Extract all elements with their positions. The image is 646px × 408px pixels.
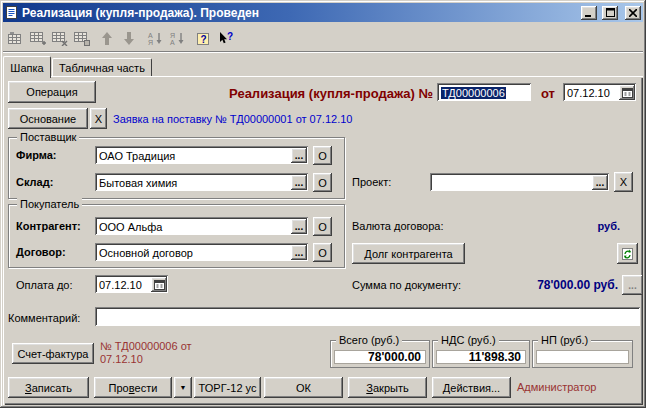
sort-descending-button[interactable]: ЯА — [166, 28, 188, 50]
doc-date-input[interactable]: 07.12.10 — [563, 83, 637, 102]
move-up-button[interactable] — [96, 28, 118, 50]
warehouse-value: Бытовая химия — [99, 177, 177, 189]
contractor-debt-button[interactable]: Долг контрагента — [352, 243, 465, 264]
torg12-button[interactable]: ТОРГ-12 ус — [194, 377, 261, 398]
supplier-group-label: Поставщик — [17, 131, 79, 144]
help-icon: ? — [196, 32, 210, 46]
help-button[interactable]: ? — [192, 28, 214, 50]
actions-button[interactable]: Действия... — [432, 377, 511, 398]
edit-row-icon — [7, 32, 23, 46]
close-icon — [629, 9, 637, 17]
actions-label-mnemonic: Д — [443, 382, 450, 394]
firm-label: Фирма: — [16, 149, 57, 161]
total-sum-value: 78'000.00 — [334, 350, 426, 364]
sort-ascending-icon: АЯ — [147, 31, 163, 46]
invoice-info-line2: 07.12.10 — [100, 353, 143, 365]
contractor-open-button[interactable]: О — [313, 217, 332, 236]
contract-open-button[interactable]: О — [313, 243, 332, 262]
project-label: Проект: — [352, 176, 391, 188]
calendar-icon — [622, 87, 633, 98]
delete-row-button[interactable] — [48, 28, 70, 50]
document-icon — [5, 5, 18, 20]
title-bar[interactable]: Реализация (купля-продажа). Проведен — [3, 3, 643, 22]
current-user-label: Администратор — [517, 381, 596, 393]
firm-open-button[interactable]: О — [313, 146, 332, 165]
contractor-value: ООО Альфа — [99, 221, 162, 233]
minimize-button[interactable] — [581, 6, 597, 20]
warehouse-input[interactable]: Бытовая химия ... — [95, 173, 309, 192]
sort-descending-icon: ЯА — [169, 31, 185, 46]
basis-clear-button[interactable]: X — [90, 108, 107, 129]
invoice-button[interactable]: Счет-фактура — [12, 343, 94, 364]
delete-row-icon — [51, 31, 68, 46]
contract-ellipsis-button[interactable]: ... — [291, 245, 307, 260]
move-up-icon — [102, 32, 112, 45]
move-down-button[interactable] — [118, 28, 140, 50]
post-label-pre: Про — [109, 382, 129, 394]
actions-label-rest: ействия... — [450, 382, 500, 394]
basis-button[interactable]: Основание — [8, 108, 88, 129]
toolbar: АЯ ЯА ? ? — [4, 27, 236, 50]
doc-number-input[interactable]: ТД00000006 — [437, 83, 532, 102]
close-label-mnemonic: З — [366, 382, 373, 394]
invoice-info-line1: № ТД00000006 от — [100, 340, 192, 352]
sum-details-button[interactable]: ... — [622, 275, 643, 295]
contract-value: Основной договор — [99, 247, 193, 259]
svg-text:?: ? — [227, 31, 233, 42]
firm-value: ОАО Традиция — [99, 150, 175, 162]
save-button[interactable]: Записать — [8, 377, 89, 398]
project-input[interactable]: ... — [430, 173, 610, 192]
operation-button[interactable]: Операция — [8, 81, 96, 103]
total-sum-box: Всего (руб.) 78'000.00 — [330, 340, 430, 368]
copy-row-button[interactable] — [70, 28, 92, 50]
context-help-icon: ? — [217, 31, 234, 46]
ok-button[interactable]: ОК — [264, 377, 343, 398]
calendar-button[interactable] — [619, 85, 635, 100]
project-clear-button[interactable]: X — [614, 172, 633, 192]
vat-value: 11'898.30 — [436, 350, 526, 364]
add-row-button[interactable] — [26, 28, 48, 50]
post-menu-button[interactable]: ▼ — [174, 377, 192, 398]
warehouse-open-button[interactable]: О — [313, 173, 332, 192]
refresh-icon — [621, 247, 634, 261]
sales-tax-label: НП (руб.) — [538, 334, 591, 347]
edit-row-button[interactable] — [4, 28, 26, 50]
contractor-input[interactable]: ООО Альфа ... — [95, 217, 309, 236]
toolbar-separator — [3, 51, 643, 53]
post-label-rest: ести — [135, 382, 158, 394]
chevron-down-icon: ▼ — [180, 384, 187, 391]
refresh-sum-button[interactable] — [617, 243, 638, 264]
tab-table-part-label: Табличная часть — [59, 62, 145, 74]
payment-due-input[interactable]: 07.12.10 — [95, 275, 169, 294]
context-help-button[interactable]: ? — [214, 28, 236, 50]
close-form-button[interactable]: Закрыть — [348, 377, 427, 398]
copy-row-icon — [73, 31, 90, 46]
maximize-button[interactable] — [602, 6, 618, 20]
minimize-icon — [585, 9, 593, 17]
sort-ascending-button[interactable]: АЯ — [144, 28, 166, 50]
total-sum-label: Всего (руб.) — [336, 334, 402, 347]
tab-header[interactable]: Шапка — [3, 56, 51, 78]
post-button[interactable]: Провести — [94, 377, 172, 398]
basis-text: Заявка на поставку № ТД00000001 от 07.12… — [113, 113, 352, 125]
contractor-ellipsis-button[interactable]: ... — [291, 219, 307, 234]
doc-title: Реализация (купля-продажа) № — [180, 86, 433, 101]
project-ellipsis-button[interactable]: ... — [592, 175, 608, 190]
close-button[interactable] — [625, 6, 641, 20]
comment-input[interactable] — [95, 307, 641, 327]
comment-label: Комментарий: — [8, 312, 80, 324]
window-title: Реализация (купля-продажа). Проведен — [22, 6, 576, 20]
firm-ellipsis-button[interactable]: ... — [291, 148, 307, 163]
svg-text:А: А — [170, 39, 175, 46]
warehouse-ellipsis-button[interactable]: ... — [291, 175, 307, 190]
save-label-rest: аписать — [32, 382, 72, 394]
sales-tax-box: НП (руб.) — [532, 340, 633, 368]
tab-table-part[interactable]: Табличная часть — [52, 58, 152, 76]
contract-input[interactable]: Основной договор ... — [95, 243, 309, 262]
payment-due-label: Оплата до: — [16, 279, 73, 291]
payment-calendar-button[interactable] — [151, 277, 167, 292]
move-down-icon — [124, 32, 134, 45]
document-window: Реализация (купля-продажа). Проведен АЯ … — [0, 0, 646, 408]
document-sum-value: 78'000.00 руб. — [420, 278, 618, 292]
firm-input[interactable]: ОАО Традиция ... — [95, 146, 309, 165]
